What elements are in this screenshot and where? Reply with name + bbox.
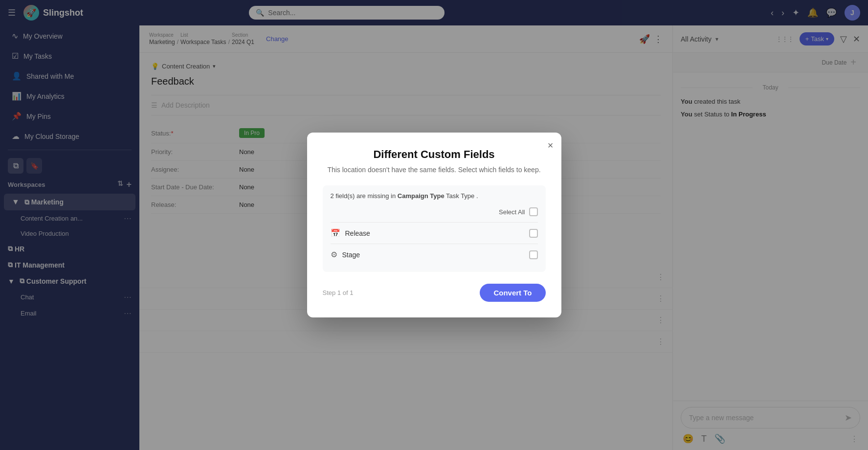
release-field-label: Release [345,229,370,237]
select-all-label: Select All [499,208,525,216]
select-all-checkbox[interactable] [529,207,538,216]
stage-field-icon: ⚙ [331,250,337,259]
modal-fields-section: 2 field(s) are missing in Campaign Type … [323,185,546,272]
modal-overlay[interactable]: × Different Custom Fields This location … [0,0,868,450]
select-all-row: Select All [331,207,538,216]
modal-title: Different Custom Fields [323,148,546,161]
fields-missing-text: 2 field(s) are missing in Campaign Type … [331,192,538,200]
field-row-stage: ⚙ Stage [331,244,538,265]
field-row-release: 📅 Release [331,222,538,244]
release-checkbox[interactable] [529,229,538,238]
custom-fields-modal: × Different Custom Fields This location … [307,133,561,317]
stage-checkbox[interactable] [529,250,538,259]
modal-subtitle: This location doesn't have the same fiel… [323,166,546,174]
step-label: Step 1 of 1 [323,289,354,296]
convert-to-button[interactable]: Convert To [480,284,545,302]
modal-footer: Step 1 of 1 Convert To [323,284,546,302]
release-field-icon: 📅 [331,228,340,238]
missing-type-bold: Campaign Type [398,192,445,200]
stage-field-label: Stage [342,251,360,259]
modal-close-button[interactable]: × [548,140,554,150]
